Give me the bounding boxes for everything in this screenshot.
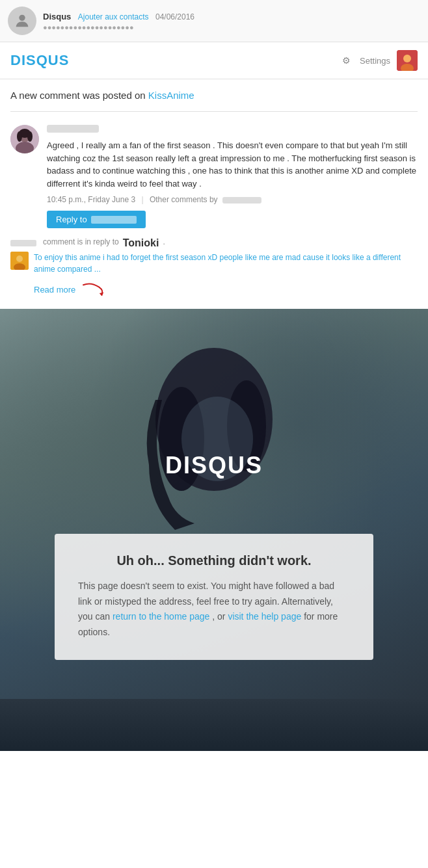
svg-point-2 [403, 55, 411, 62]
svg-point-0 [19, 15, 25, 21]
comment-timestamp: 10:45 p.m., Friday June 3 [47, 195, 135, 204]
other-comments-username-blur [222, 197, 261, 204]
error-title: Uh oh... Something didn't work. [78, 553, 350, 568]
help-page-text: help page [261, 611, 302, 622]
svg-point-9 [27, 131, 33, 142]
reply-to-text: To enjoy this anime i had to forget the … [34, 252, 418, 275]
commenter-avatar-img [10, 125, 39, 153]
main-content: A new comment was posted on KissAnime [0, 79, 428, 309]
commenter-photo [10, 125, 39, 153]
reply-to-block: comment is in reply to Tonioki . To enjo… [10, 237, 418, 275]
disqus-logo: DISQUS [10, 52, 342, 69]
error-body: This page doesn't seem to exist. You mig… [78, 579, 350, 640]
return-home-link[interactable]: return to the home page [113, 611, 209, 622]
curved-arrow-icon [81, 280, 107, 296]
arrow-icon [81, 280, 107, 298]
bottom-dark [0, 699, 428, 751]
reply-avatar-img [10, 252, 29, 270]
user-avatar-icon [397, 50, 418, 71]
reply-button-label: Reply to [56, 215, 87, 224]
topbar-date: 04/06/2016 [155, 12, 194, 21]
settings-area: ⚙ Settings [342, 50, 418, 71]
reply-button[interactable]: Reply to [47, 211, 146, 228]
read-more-link[interactable]: Read more [34, 285, 75, 295]
commenter-username-blur [47, 125, 99, 133]
comment-avatar [10, 125, 39, 153]
comment-body: Agreed , I really am a fan of the first … [47, 125, 418, 228]
reply-to-name[interactable]: Tonioki [123, 237, 159, 249]
middle-text: , or [212, 611, 225, 622]
comment-block: Agreed , I really am a fan of the first … [10, 125, 418, 228]
other-comments-label: Other comments by [150, 195, 218, 204]
visit-help-link[interactable]: visit the help page [228, 611, 304, 622]
avatar [8, 7, 36, 35]
reply-to-avatar [10, 252, 29, 270]
reply-comment-is: comment is in reply to [43, 237, 119, 246]
reply-username-blur [91, 216, 137, 224]
svg-point-11 [16, 256, 23, 262]
notification-text: A new comment was posted on KissAnime [10, 90, 418, 101]
error-card: Uh oh... Something didn't work. This pag… [55, 534, 373, 660]
topbar-email: ●●●●●●●●●●●●●●●●●●●●● [43, 23, 420, 31]
silhouette-image [110, 335, 318, 556]
kissanime-link[interactable]: KissAnime [148, 90, 194, 101]
user-avatar[interactable] [397, 50, 418, 71]
reply-user-blur [10, 240, 36, 246]
comment-text: Agreed , I really am a fan of the first … [47, 139, 418, 190]
person-icon [13, 12, 31, 30]
svg-point-8 [17, 131, 22, 142]
gear-icon: ⚙ [342, 55, 351, 66]
disqus-header: DISQUS ⚙ Settings [0, 42, 428, 79]
disqus-error-section: DISQUS Uh oh... Something didn't work. T… [0, 309, 428, 699]
topbar-username: Disqus [43, 12, 71, 21]
settings-label[interactable]: Settings [360, 56, 390, 66]
divider [10, 111, 418, 112]
read-more-row: Read more [34, 280, 418, 298]
svg-marker-13 [100, 292, 103, 296]
disqus-overlay-logo: DISQUS [0, 452, 428, 479]
top-bar: Disqus Ajouter aux contacts 04/06/2016 ●… [0, 0, 428, 42]
visit-the-text: visit the [228, 611, 258, 622]
add-contact-link[interactable]: Ajouter aux contacts [78, 12, 149, 21]
comment-meta: 10:45 p.m., Friday June 3 | Other commen… [47, 195, 418, 204]
